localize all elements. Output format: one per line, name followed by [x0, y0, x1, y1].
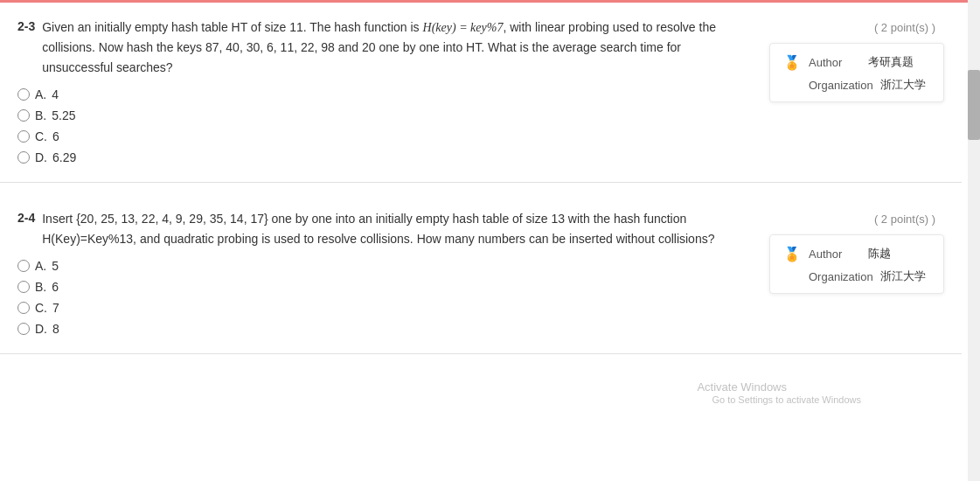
radio-1-c[interactable]	[17, 130, 30, 143]
watermark-area: Activate Windows Go to Settings to activ…	[0, 354, 962, 407]
radio-1-d[interactable]	[17, 151, 30, 164]
radio-1-a[interactable]	[17, 88, 30, 101]
question-text-2: Insert {20, 25, 13, 22, 4, 9, 29, 35, 14…	[42, 209, 752, 248]
option-2-b[interactable]: B. 6	[17, 280, 752, 294]
option-value-2-a: 5	[52, 259, 59, 273]
right-panel-2: ( 2 point(s) ) 🏅 Author 陈越 Organization …	[769, 209, 944, 336]
options-1: A. 4 B. 5.25 C. 6 D. 6.29	[17, 87, 752, 164]
author-name-2: 陈越	[868, 246, 891, 261]
options-2: A. 5 B. 6 C. 7 D. 8	[17, 259, 752, 336]
question-header-2: 2-4 Insert {20, 25, 13, 22, 4, 9, 29, 35…	[17, 209, 752, 248]
org-label-2: Organization	[809, 270, 873, 283]
author-name-1: 考研真题	[868, 54, 914, 70]
author-card-1: 🏅 Author 考研真题 Organization 浙江大学	[769, 43, 944, 102]
option-2-a[interactable]: A. 5	[17, 259, 752, 273]
org-value-1: 浙江大学	[880, 77, 926, 93]
radio-2-b[interactable]	[17, 281, 30, 293]
option-1-c[interactable]: C. 6	[17, 129, 752, 143]
option-value-1-d: 6.29	[52, 150, 76, 164]
author-label-2: Author	[809, 247, 861, 261]
author-icon-1: 🏅	[782, 52, 802, 72]
points-badge-1: ( 2 point(s) )	[769, 21, 944, 34]
option-label-2-b: B.	[35, 280, 46, 294]
radio-2-a[interactable]	[17, 260, 30, 272]
scrollbar[interactable]	[968, 0, 980, 481]
option-1-a[interactable]: A. 4	[17, 87, 752, 101]
question-number-1: 2-3	[17, 17, 35, 77]
option-label-1-d: D.	[35, 150, 47, 164]
option-2-d[interactable]: D. 8	[17, 322, 752, 336]
main-container: 2-3 Given an initially empty hash table …	[0, 0, 962, 481]
question-content-1: 2-3 Given an initially empty hash table …	[17, 17, 752, 164]
option-value-2-c: 7	[52, 301, 59, 315]
author-row-1: 🏅 Author 考研真题	[782, 52, 931, 72]
question-number-2: 2-4	[17, 209, 35, 248]
radio-2-c[interactable]	[17, 302, 30, 314]
author-row-2: 🏅 Author 陈越	[782, 244, 931, 263]
option-label-1-b: B.	[35, 108, 46, 122]
question-header-1: 2-3 Given an initially empty hash table …	[17, 17, 752, 77]
formula-1: H(key) = key%7	[423, 21, 504, 34]
points-badge-2: ( 2 point(s) )	[769, 213, 944, 226]
option-label-1-c: C.	[35, 129, 47, 143]
option-2-c[interactable]: C. 7	[17, 301, 752, 315]
radio-1-b[interactable]	[17, 109, 30, 122]
option-value-1-a: 4	[52, 87, 59, 101]
org-label-1: Organization	[809, 79, 873, 92]
option-label-1-a: A.	[35, 87, 46, 101]
org-value-2: 浙江大学	[880, 268, 926, 284]
author-label-1: Author	[809, 56, 861, 69]
radio-2-d[interactable]	[17, 323, 30, 335]
option-label-2-d: D.	[35, 322, 47, 336]
option-1-d[interactable]: D. 6.29	[17, 150, 752, 164]
option-value-1-c: 6	[52, 129, 59, 143]
org-row-2: Organization 浙江大学	[782, 268, 931, 284]
right-panel-1: ( 2 point(s) ) 🏅 Author 考研真题 Organizatio…	[769, 17, 944, 164]
question-text-1: Given an initially empty hash table HT o…	[42, 17, 752, 77]
option-value-2-d: 8	[52, 322, 59, 336]
question-content-2: 2-4 Insert {20, 25, 13, 22, 4, 9, 29, 35…	[17, 209, 752, 336]
option-label-2-a: A.	[35, 259, 46, 273]
author-icon-2: 🏅	[782, 244, 802, 263]
scrollbar-thumb[interactable]	[968, 70, 980, 140]
option-value-2-b: 6	[52, 280, 59, 294]
option-value-1-b: 5.25	[52, 108, 75, 122]
question-block-1: 2-3 Given an initially empty hash table …	[0, 0, 962, 183]
option-1-b[interactable]: B. 5.25	[17, 108, 752, 122]
activate-windows-text: Activate Windows	[697, 380, 787, 394]
org-row-1: Organization 浙江大学	[782, 77, 931, 93]
activate-sub-text: Go to Settings to activate Windows	[712, 394, 861, 405]
author-card-2: 🏅 Author 陈越 Organization 浙江大学	[769, 234, 944, 294]
option-label-2-c: C.	[35, 301, 47, 315]
question-block-2: 2-4 Insert {20, 25, 13, 22, 4, 9, 29, 35…	[0, 192, 962, 354]
